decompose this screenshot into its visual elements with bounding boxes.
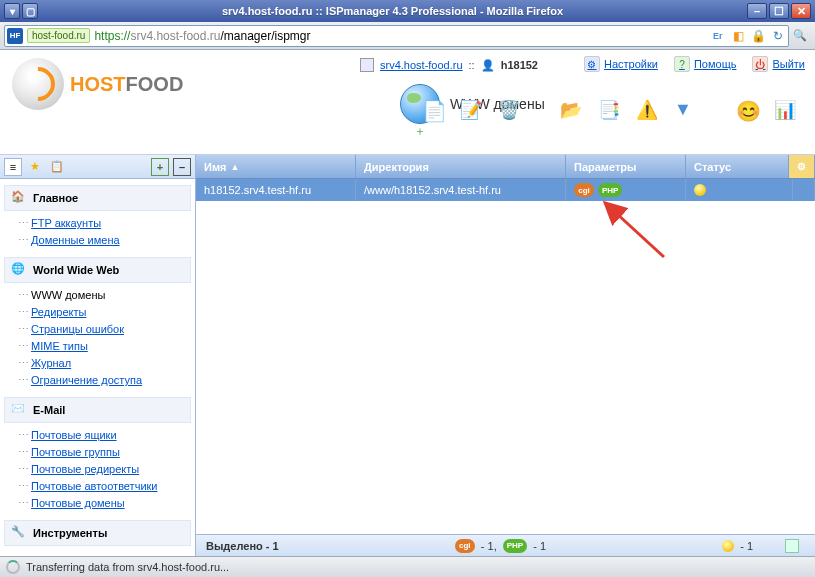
sidebar-tab-fav[interactable]: ★ bbox=[26, 158, 44, 176]
user-icon: 👤 bbox=[481, 59, 495, 72]
logout-icon: ⏻ bbox=[752, 56, 768, 72]
cell-dir: /www/h18152.srv4.test-hf.ru bbox=[356, 179, 566, 201]
cgi-badge: cgi bbox=[574, 183, 594, 197]
translate-icon[interactable]: Eг bbox=[710, 28, 726, 44]
toolbar: 📄＋ 📝 🗑️ 📂 📑 ⚠️ ▼ 😊 📊 bbox=[419, 96, 799, 124]
url-text: https://srv4.host-food.ru/manager/ispmgr bbox=[94, 29, 706, 43]
sidebar-item[interactable]: ⋯Почтовые ящики bbox=[18, 427, 189, 444]
sidebar-item[interactable]: ⋯Редиректы bbox=[18, 304, 189, 321]
url-path: /manager/ispmgr bbox=[220, 29, 310, 43]
edit-button[interactable]: 📝 bbox=[457, 96, 485, 124]
sidebar-item[interactable]: ⋯Почтовые домены bbox=[18, 495, 189, 512]
bulb-icon bbox=[722, 540, 734, 552]
sidebar-item[interactable]: ⋯Страницы ошибок bbox=[18, 321, 189, 338]
errors-button[interactable]: ⚠️ bbox=[633, 96, 661, 124]
redirect-button[interactable]: 📑 bbox=[595, 96, 623, 124]
smile-button[interactable]: 😊 bbox=[733, 96, 761, 124]
content-footer: Выделено - 1 cgi - 1, PHP - 1 - 1 bbox=[196, 534, 815, 556]
window-minimize-button[interactable]: – bbox=[747, 3, 767, 19]
sidebar-group-3[interactable]: 🔧Инструменты bbox=[4, 520, 191, 546]
window-close-button[interactable]: ✕ bbox=[791, 3, 811, 19]
url-bar: HF host-food.ru https://srv4.host-food.r… bbox=[0, 22, 815, 50]
logo: HOSTFOOD bbox=[12, 58, 183, 110]
favicon: HF bbox=[7, 28, 23, 44]
window-maximize-button[interactable]: ☐ bbox=[769, 3, 789, 19]
help-link[interactable]: ?Помощь bbox=[674, 56, 737, 72]
refresh-icon[interactable]: ↻ bbox=[770, 28, 786, 44]
sidebar-item[interactable]: ⋯FTP аккаунты bbox=[18, 215, 189, 232]
window-sticky-button[interactable]: ▢ bbox=[22, 3, 38, 19]
sidebar-item[interactable]: ⋯Почтовые редиректы bbox=[18, 461, 189, 478]
rss-icon[interactable]: ◧ bbox=[730, 28, 746, 44]
logo-text1: HOST bbox=[70, 73, 126, 95]
breadcrumb-host[interactable]: srv4.host-food.ru bbox=[380, 59, 463, 71]
col-dir[interactable]: Директория bbox=[356, 155, 566, 178]
selected-count: 1 bbox=[273, 540, 279, 552]
cell-util bbox=[793, 179, 815, 201]
goto-button[interactable]: 📂 bbox=[557, 96, 585, 124]
sidebar-item[interactable]: ⋯WWW домены bbox=[18, 287, 189, 304]
home-icon: 🏠 bbox=[11, 190, 27, 206]
sidebar-tab-copy[interactable]: 📋 bbox=[48, 158, 66, 176]
browser-statusbar: Transferring data from srv4.host-food.ru… bbox=[0, 556, 815, 577]
help-icon: ? bbox=[674, 56, 690, 72]
gear-icon: ⚙ bbox=[797, 161, 806, 172]
col-param[interactable]: Параметры bbox=[566, 155, 686, 178]
status-count: - 1 bbox=[740, 540, 753, 552]
annotation-arrow bbox=[606, 205, 676, 267]
sidebar-collapse-button[interactable]: – bbox=[173, 158, 191, 176]
col-config[interactable]: ⚙ bbox=[789, 155, 815, 178]
logo-text2: FOOD bbox=[126, 73, 184, 95]
sort-icon: ▲ bbox=[230, 162, 239, 172]
cgi-count: - 1, bbox=[481, 540, 497, 552]
cell-param: cgi PHP bbox=[566, 179, 686, 201]
breadcrumb-user: h18152 bbox=[501, 59, 538, 71]
sidebar-item[interactable]: ⋯Почтовые группы bbox=[18, 444, 189, 461]
new-button[interactable]: 📄＋ bbox=[419, 96, 447, 124]
sidebar-item[interactable]: ⋯Ограничение доступа bbox=[18, 372, 189, 389]
loading-spinner bbox=[6, 560, 20, 574]
cell-name: h18152.srv4.test-hf.ru bbox=[196, 179, 356, 201]
url-input[interactable]: HF host-food.ru https://srv4.host-food.r… bbox=[4, 25, 789, 47]
lock-icon: 🔒 bbox=[750, 28, 766, 44]
url-proto: https:// bbox=[94, 29, 130, 43]
window-titlebar: ▾ ▢ srv4.host-food.ru :: ISPmanager 4.3 … bbox=[0, 0, 815, 22]
sidebar-group-0[interactable]: 🏠Главное bbox=[4, 185, 191, 211]
window-menu-button[interactable]: ▾ bbox=[4, 3, 20, 19]
cgi-badge: cgi bbox=[455, 539, 475, 553]
props-button[interactable]: 📊 bbox=[771, 96, 799, 124]
server-icon bbox=[360, 58, 374, 72]
sidebar-group-1[interactable]: 🌐World Wide Web bbox=[4, 257, 191, 283]
col-name[interactable]: Имя ▲ bbox=[196, 155, 356, 178]
settings-icon: ⚙ bbox=[584, 56, 600, 72]
sidebar-item[interactable]: ⋯Доменные имена bbox=[18, 232, 189, 249]
delete-button[interactable]: 🗑️ bbox=[495, 96, 523, 124]
export-icon[interactable] bbox=[785, 539, 799, 553]
sidebar: ≡ ★ 📋 + – 🏠Главное⋯FTP аккаунты⋯Доменные… bbox=[0, 155, 196, 556]
window-title: srv4.host-food.ru :: ISPmanager 4.3 Prof… bbox=[40, 5, 745, 17]
mail-icon: ✉️ bbox=[11, 402, 27, 418]
sidebar-group-2[interactable]: ✉️E-Mail bbox=[4, 397, 191, 423]
sidebar-expand-button[interactable]: + bbox=[151, 158, 169, 176]
breadcrumb: srv4.host-food.ru :: 👤 h18152 bbox=[360, 58, 538, 72]
tools-icon: 🔧 bbox=[11, 525, 27, 541]
search-icon[interactable]: 🔍 bbox=[789, 29, 811, 42]
sidebar-tab-list[interactable]: ≡ bbox=[4, 158, 22, 176]
col-status[interactable]: Статус bbox=[686, 155, 789, 178]
php-badge: PHP bbox=[598, 183, 622, 197]
sidebar-item[interactable]: ⋯Журнал bbox=[18, 355, 189, 372]
sidebar-item[interactable]: ⋯MIME типы bbox=[18, 338, 189, 355]
settings-link[interactable]: ⚙Настройки bbox=[584, 56, 658, 72]
selected-label: Выделено - bbox=[206, 540, 273, 552]
logout-link[interactable]: ⏻Выйти bbox=[752, 56, 805, 72]
cell-status bbox=[686, 179, 793, 201]
content-area: Имя ▲ Директория Параметры Статус ⚙ h181… bbox=[196, 155, 815, 556]
filter-button[interactable]: ▼ bbox=[671, 96, 699, 124]
sidebar-item[interactable]: ⋯Почтовые автоответчики bbox=[18, 478, 189, 495]
svg-line-0 bbox=[616, 213, 664, 257]
breadcrumb-sep: :: bbox=[469, 59, 475, 71]
globe-icon: 🌐 bbox=[11, 262, 27, 278]
table-row[interactable]: h18152.srv4.test-hf.ru/www/h18152.srv4.t… bbox=[196, 179, 815, 201]
sidebar-tabs: ≡ ★ 📋 + – bbox=[0, 155, 195, 179]
bulb-icon bbox=[694, 184, 706, 196]
